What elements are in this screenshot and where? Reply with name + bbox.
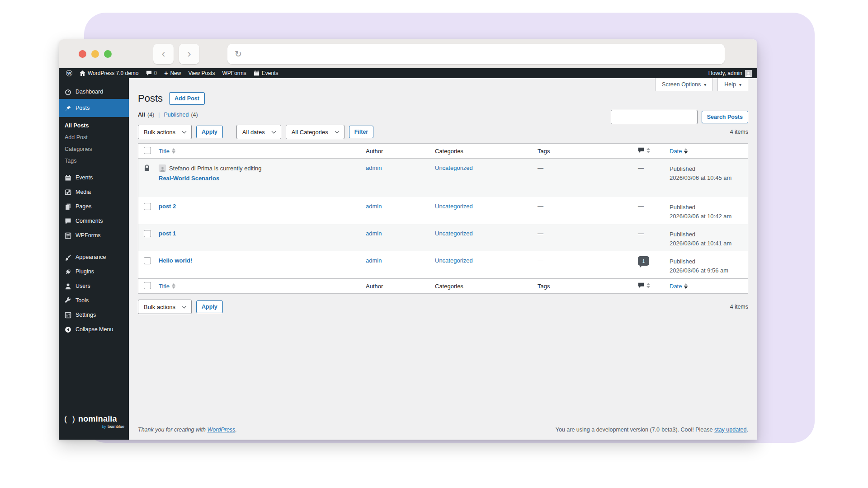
back-button[interactable]: ‹ <box>153 44 174 64</box>
nominalia-logo: ( ) nominalia byteamblue <box>64 414 124 429</box>
forward-button[interactable]: › <box>179 44 199 64</box>
sidebar-item-appearance[interactable]: Appearance <box>59 250 129 264</box>
view-all-link[interactable]: All <box>138 112 145 118</box>
category-link[interactable]: Uncategorized <box>435 230 473 237</box>
apply-button[interactable]: Apply <box>196 300 223 313</box>
search-posts-button[interactable]: Search Posts <box>702 111 748 123</box>
sidebar-item-collapse-menu[interactable]: Collapse Menu <box>59 322 129 337</box>
search-posts-input[interactable] <box>611 110 698 124</box>
site-name-menu[interactable]: WordPress 7.0 demo <box>76 68 142 78</box>
post-title-link[interactable]: Hello world! <box>159 257 192 264</box>
sidebar-item-wpforms[interactable]: WPForms <box>59 228 129 243</box>
submenu-tags[interactable]: Tags <box>59 155 129 167</box>
sidebar-label: Plugins <box>75 268 94 275</box>
comments-menu[interactable]: 0 <box>142 68 161 78</box>
close-button[interactable] <box>79 50 86 58</box>
view-posts-menu[interactable]: View Posts <box>184 68 218 78</box>
comments-value: — <box>638 164 644 171</box>
filter-button[interactable]: Filter <box>349 126 374 138</box>
select-row-checkbox[interactable] <box>144 257 151 264</box>
sort-comments-header[interactable] <box>638 282 650 288</box>
submenu-categories[interactable]: Categories <box>59 143 129 155</box>
chevron-down-icon <box>335 129 339 133</box>
sidebar-item-pages[interactable]: Pages <box>59 199 129 214</box>
sidebar-label: Tools <box>75 297 89 304</box>
tools-wrench-icon <box>64 297 71 304</box>
category-link[interactable]: Uncategorized <box>435 203 473 210</box>
select-all-checkbox[interactable] <box>144 282 151 289</box>
tablenav-top: Bulk actions Apply All dates All Categor… <box>138 125 748 139</box>
sidebar-label: Appearance <box>75 254 106 260</box>
apply-button[interactable]: Apply <box>196 126 223 138</box>
sort-title-header[interactable]: Title <box>159 148 175 155</box>
sidebar-label: Events <box>75 174 93 181</box>
column-date-label: Date <box>670 283 682 290</box>
screen-options-label: Screen Options <box>662 81 701 88</box>
events-menu[interactable]: Events <box>250 68 282 78</box>
wp-logo-menu[interactable]: W <box>62 68 76 78</box>
post-title-link[interactable]: Real-World Scenarios <box>159 175 219 182</box>
chevron-down-icon: ▾ <box>704 82 706 87</box>
screen-options-tab[interactable]: Screen Options ▾ <box>655 78 713 91</box>
add-post-button[interactable]: Add Post <box>169 92 205 105</box>
wpforms-menu[interactable]: WPForms <box>219 68 250 78</box>
select-row-checkbox[interactable] <box>144 230 151 237</box>
category-link[interactable]: Uncategorized <box>435 164 473 171</box>
wordpress-link[interactable]: WordPress <box>208 427 236 433</box>
help-tab[interactable]: Help ▾ <box>717 78 748 91</box>
author-link[interactable]: admin <box>366 164 382 171</box>
select-row-checkbox[interactable] <box>144 203 151 210</box>
sidebar-separator <box>59 243 129 250</box>
author-link[interactable]: admin <box>366 257 382 264</box>
sort-date-header[interactable]: Date <box>670 148 688 155</box>
sidebar-item-users[interactable]: Users <box>59 279 129 293</box>
sidebar-item-media[interactable]: Media <box>59 185 129 199</box>
main-content: Screen Options ▾ Help ▾ Posts Add Post A… <box>129 78 757 440</box>
view-all-count: (4) <box>147 112 154 118</box>
submenu-all-posts[interactable]: All Posts <box>59 120 129 131</box>
sort-date-header[interactable]: Date <box>670 283 688 290</box>
items-count: 4 items <box>730 129 748 135</box>
maximize-button[interactable] <box>104 50 112 58</box>
sidebar-item-dashboard[interactable]: Dashboard <box>59 84 129 99</box>
post-status: Published <box>670 164 748 174</box>
views-separator: | <box>158 112 160 118</box>
new-content-menu[interactable]: + New <box>160 68 184 78</box>
sidebar-item-posts[interactable]: Posts <box>59 99 129 117</box>
author-link[interactable]: admin <box>366 230 382 237</box>
category-link[interactable]: Uncategorized <box>435 257 473 264</box>
post-title-link[interactable]: post 1 <box>159 230 176 237</box>
view-published-link[interactable]: Published <box>164 112 189 118</box>
categories-filter-value: All Categories <box>292 129 328 136</box>
sidebar-item-tools[interactable]: Tools <box>59 293 129 308</box>
my-account-menu[interactable]: Howdy, admin <box>708 70 754 77</box>
minimize-button[interactable] <box>91 50 99 58</box>
author-link[interactable]: admin <box>366 203 382 210</box>
screen-meta-links: Screen Options ▾ Help ▾ <box>655 78 748 91</box>
sort-title-header[interactable]: Title <box>159 283 175 290</box>
sidebar-item-plugins[interactable]: Plugins <box>59 264 129 279</box>
sidebar-item-events[interactable]: Events <box>59 170 129 185</box>
dates-filter-select[interactable]: All dates <box>236 125 281 139</box>
categories-filter-select[interactable]: All Categories <box>286 125 344 139</box>
sort-comments-header[interactable] <box>638 147 650 153</box>
sidebar-label: Users <box>75 283 90 289</box>
bulk-actions-select[interactable]: Bulk actions <box>138 125 192 139</box>
address-bar[interactable]: ↻ <box>227 44 725 64</box>
comment-count-badge[interactable]: 1 <box>638 256 649 266</box>
reload-icon[interactable]: ↻ <box>235 49 242 59</box>
sidebar-item-comments[interactable]: Comments <box>59 214 129 228</box>
select-all-checkbox[interactable] <box>144 147 151 154</box>
page-title: Posts <box>138 93 163 104</box>
submenu-add-post[interactable]: Add Post <box>59 131 129 143</box>
help-label: Help <box>724 81 736 88</box>
logo-parens: ( ) <box>64 414 76 424</box>
stay-updated-link[interactable]: stay updated <box>714 427 747 433</box>
sidebar-item-settings[interactable]: Settings <box>59 308 129 322</box>
sort-icon <box>684 148 688 154</box>
sidebar-label: Comments <box>75 218 103 224</box>
plus-icon: + <box>164 70 168 76</box>
post-title-link[interactable]: post 2 <box>159 203 176 210</box>
bulk-actions-select[interactable]: Bulk actions <box>138 300 192 314</box>
user-avatar <box>745 70 752 77</box>
